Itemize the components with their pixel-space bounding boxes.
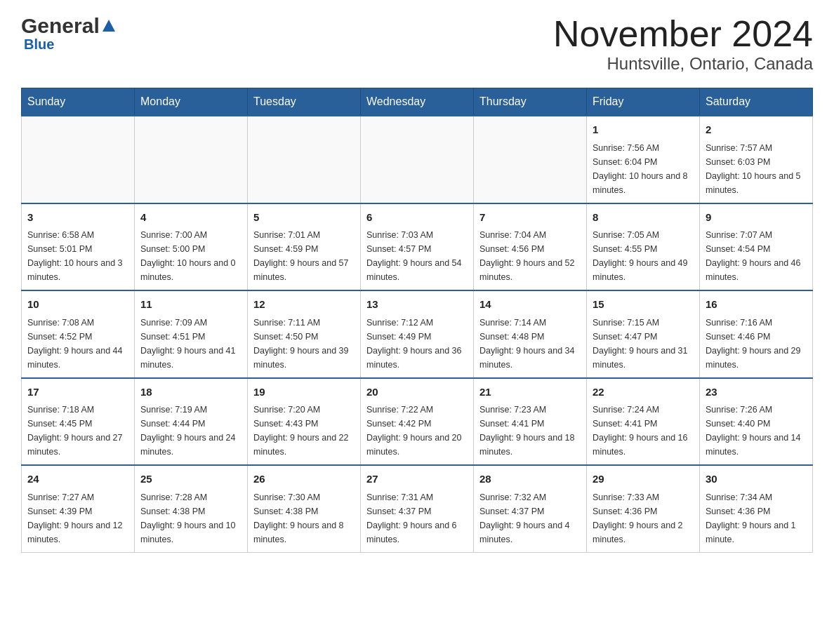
calendar-cell: 9Sunrise: 7:07 AMSunset: 4:54 PMDaylight…	[700, 203, 813, 291]
day-number: 24	[27, 471, 128, 488]
calendar-cell: 24Sunrise: 7:27 AMSunset: 4:39 PMDayligh…	[22, 465, 135, 552]
header-thursday: Thursday	[474, 88, 587, 116]
day-number: 28	[479, 471, 581, 488]
calendar-cell	[361, 116, 474, 203]
calendar-cell: 5Sunrise: 7:01 AMSunset: 4:59 PMDaylight…	[248, 203, 361, 291]
day-number: 15	[593, 297, 694, 313]
calendar-cell: 2Sunrise: 7:57 AMSunset: 6:03 PMDaylight…	[700, 116, 813, 203]
logo-general-text: General	[21, 14, 100, 38]
calendar-cell: 29Sunrise: 7:33 AMSunset: 4:36 PMDayligh…	[587, 465, 700, 552]
header-tuesday: Tuesday	[248, 88, 361, 116]
day-number: 9	[706, 210, 807, 226]
calendar-cell: 20Sunrise: 7:22 AMSunset: 4:42 PMDayligh…	[361, 378, 474, 466]
calendar-header-row: Sunday Monday Tuesday Wednesday Thursday…	[22, 88, 813, 116]
calendar-cell: 7Sunrise: 7:04 AMSunset: 4:56 PMDaylight…	[474, 203, 587, 291]
day-info: Sunrise: 7:30 AMSunset: 4:38 PMDaylight:…	[253, 490, 355, 546]
title-area: November 2024 Huntsville, Ontario, Canad…	[553, 14, 813, 74]
calendar-cell: 22Sunrise: 7:24 AMSunset: 4:41 PMDayligh…	[587, 378, 700, 466]
day-info: Sunrise: 7:27 AMSunset: 4:39 PMDaylight:…	[27, 490, 128, 546]
day-number: 27	[366, 471, 468, 488]
week-row-3: 10Sunrise: 7:08 AMSunset: 4:52 PMDayligh…	[22, 290, 813, 378]
calendar-cell: 10Sunrise: 7:08 AMSunset: 4:52 PMDayligh…	[22, 290, 135, 378]
day-info: Sunrise: 7:16 AMSunset: 4:46 PMDaylight:…	[706, 316, 807, 372]
calendar-cell: 26Sunrise: 7:30 AMSunset: 4:38 PMDayligh…	[248, 465, 361, 552]
calendar-cell: 8Sunrise: 7:05 AMSunset: 4:55 PMDaylight…	[587, 203, 700, 291]
day-info: Sunrise: 7:04 AMSunset: 4:56 PMDaylight:…	[479, 228, 581, 284]
calendar-cell: 6Sunrise: 7:03 AMSunset: 4:57 PMDaylight…	[361, 203, 474, 291]
week-row-4: 17Sunrise: 7:18 AMSunset: 4:45 PMDayligh…	[22, 378, 813, 466]
day-info: Sunrise: 7:09 AMSunset: 4:51 PMDaylight:…	[140, 316, 241, 372]
calendar-cell: 12Sunrise: 7:11 AMSunset: 4:50 PMDayligh…	[248, 290, 361, 378]
calendar-cell: 27Sunrise: 7:31 AMSunset: 4:37 PMDayligh…	[361, 465, 474, 552]
day-number: 18	[140, 384, 241, 401]
calendar-cell: 13Sunrise: 7:12 AMSunset: 4:49 PMDayligh…	[361, 290, 474, 378]
location-subtitle: Huntsville, Ontario, Canada	[553, 54, 813, 74]
svg-marker-0	[102, 20, 115, 32]
day-info: Sunrise: 7:28 AMSunset: 4:38 PMDaylight:…	[140, 490, 241, 546]
month-year-title: November 2024	[553, 14, 813, 54]
day-info: Sunrise: 7:26 AMSunset: 4:40 PMDaylight:…	[706, 403, 807, 459]
logo: General Blue	[21, 14, 117, 53]
calendar-cell: 25Sunrise: 7:28 AMSunset: 4:38 PMDayligh…	[135, 465, 248, 552]
day-number: 21	[479, 384, 581, 401]
day-info: Sunrise: 7:12 AMSunset: 4:49 PMDaylight:…	[366, 316, 468, 372]
calendar-cell	[22, 116, 135, 203]
calendar-cell	[474, 116, 587, 203]
calendar-cell: 4Sunrise: 7:00 AMSunset: 5:00 PMDaylight…	[135, 203, 248, 291]
calendar-cell: 21Sunrise: 7:23 AMSunset: 4:41 PMDayligh…	[474, 378, 587, 466]
day-info: Sunrise: 7:32 AMSunset: 4:37 PMDaylight:…	[479, 490, 581, 546]
day-info: Sunrise: 7:23 AMSunset: 4:41 PMDaylight:…	[479, 403, 581, 459]
day-number: 10	[27, 297, 128, 313]
day-number: 17	[27, 384, 128, 401]
day-number: 29	[593, 471, 694, 488]
calendar-cell: 11Sunrise: 7:09 AMSunset: 4:51 PMDayligh…	[135, 290, 248, 378]
day-info: Sunrise: 7:03 AMSunset: 4:57 PMDaylight:…	[366, 228, 468, 284]
day-number: 20	[366, 384, 468, 401]
calendar-cell	[135, 116, 248, 203]
day-number: 7	[479, 210, 581, 226]
day-number: 11	[140, 297, 241, 313]
day-info: Sunrise: 6:58 AMSunset: 5:01 PMDaylight:…	[27, 228, 128, 284]
day-info: Sunrise: 7:08 AMSunset: 4:52 PMDaylight:…	[27, 316, 128, 372]
day-info: Sunrise: 7:00 AMSunset: 5:00 PMDaylight:…	[140, 228, 241, 284]
day-info: Sunrise: 7:19 AMSunset: 4:44 PMDaylight:…	[140, 403, 241, 459]
day-number: 19	[253, 384, 355, 401]
day-info: Sunrise: 7:14 AMSunset: 4:48 PMDaylight:…	[479, 316, 581, 372]
day-number: 14	[479, 297, 581, 313]
calendar-cell: 1Sunrise: 7:56 AMSunset: 6:04 PMDaylight…	[587, 116, 700, 203]
day-number: 8	[593, 210, 694, 226]
day-number: 2	[706, 122, 807, 138]
day-info: Sunrise: 7:22 AMSunset: 4:42 PMDaylight:…	[366, 403, 468, 459]
day-number: 25	[140, 471, 241, 488]
day-number: 22	[593, 384, 694, 401]
calendar-table: Sunday Monday Tuesday Wednesday Thursday…	[21, 88, 813, 553]
header-sunday: Sunday	[22, 88, 135, 116]
page-header: General Blue November 2024 Huntsville, O…	[21, 14, 813, 74]
week-row-1: 1Sunrise: 7:56 AMSunset: 6:04 PMDaylight…	[22, 116, 813, 203]
week-row-5: 24Sunrise: 7:27 AMSunset: 4:39 PMDayligh…	[22, 465, 813, 552]
logo-triangle-icon	[101, 18, 117, 33]
calendar-cell: 23Sunrise: 7:26 AMSunset: 4:40 PMDayligh…	[700, 378, 813, 466]
week-row-2: 3Sunrise: 6:58 AMSunset: 5:01 PMDaylight…	[22, 203, 813, 291]
day-number: 3	[27, 210, 128, 226]
day-info: Sunrise: 7:57 AMSunset: 6:03 PMDaylight:…	[706, 141, 807, 197]
calendar-cell: 28Sunrise: 7:32 AMSunset: 4:37 PMDayligh…	[474, 465, 587, 552]
day-info: Sunrise: 7:34 AMSunset: 4:36 PMDaylight:…	[706, 490, 807, 546]
day-info: Sunrise: 7:01 AMSunset: 4:59 PMDaylight:…	[253, 228, 355, 284]
day-info: Sunrise: 7:18 AMSunset: 4:45 PMDaylight:…	[27, 403, 128, 459]
calendar-cell: 3Sunrise: 6:58 AMSunset: 5:01 PMDaylight…	[22, 203, 135, 291]
day-info: Sunrise: 7:20 AMSunset: 4:43 PMDaylight:…	[253, 403, 355, 459]
day-number: 4	[140, 210, 241, 226]
header-monday: Monday	[135, 88, 248, 116]
calendar-cell: 14Sunrise: 7:14 AMSunset: 4:48 PMDayligh…	[474, 290, 587, 378]
header-saturday: Saturday	[700, 88, 813, 116]
day-info: Sunrise: 7:15 AMSunset: 4:47 PMDaylight:…	[593, 316, 694, 372]
day-number: 12	[253, 297, 355, 313]
logo-blue-text: Blue	[21, 36, 117, 53]
day-info: Sunrise: 7:33 AMSunset: 4:36 PMDaylight:…	[593, 490, 694, 546]
day-info: Sunrise: 7:11 AMSunset: 4:50 PMDaylight:…	[253, 316, 355, 372]
day-info: Sunrise: 7:31 AMSunset: 4:37 PMDaylight:…	[366, 490, 468, 546]
header-wednesday: Wednesday	[361, 88, 474, 116]
header-friday: Friday	[587, 88, 700, 116]
calendar-cell: 17Sunrise: 7:18 AMSunset: 4:45 PMDayligh…	[22, 378, 135, 466]
